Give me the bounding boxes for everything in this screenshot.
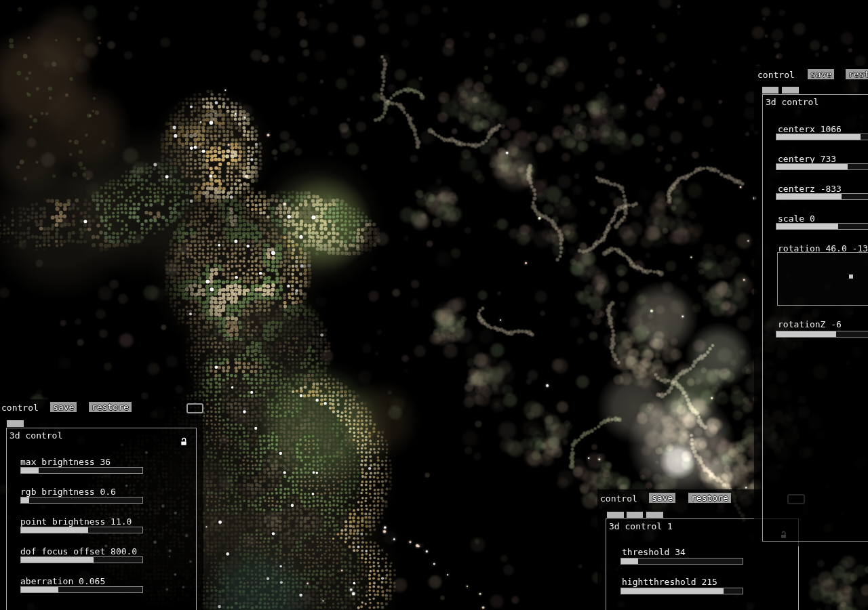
- group-3d-control: 3d control max brightness 36 rgb brightn…: [6, 428, 197, 610]
- slider-label: max brightness 36: [20, 457, 111, 467]
- slider-fill: [776, 224, 838, 229]
- panel-title: control: [1, 403, 39, 413]
- slider-label: point brightness 11.0: [20, 516, 132, 527]
- group-label: 3d control: [766, 97, 818, 107]
- slider-fill: [21, 557, 94, 563]
- scale-slider[interactable]: [776, 223, 868, 230]
- lock-icon[interactable]: [178, 435, 189, 448]
- slider-fill: [776, 331, 836, 337]
- slider-fill: [21, 497, 29, 503]
- slider-fill: [776, 194, 842, 199]
- slider-fill: [621, 558, 638, 564]
- slider-value: 1066: [821, 124, 842, 134]
- aberration-slider[interactable]: [20, 586, 143, 593]
- panel-tab[interactable]: [7, 420, 24, 427]
- panel-tab[interactable]: [782, 87, 799, 94]
- control-panel-right: control save restore 3d control centerx …: [754, 66, 868, 546]
- panel-tab[interactable]: [627, 512, 643, 518]
- slider-value: 215: [701, 577, 717, 587]
- panel-title: control: [757, 70, 795, 80]
- slider-value: 733: [821, 154, 836, 164]
- slider-fill: [21, 468, 39, 473]
- save-button[interactable]: save: [649, 493, 675, 503]
- centerx-slider[interactable]: [776, 134, 868, 140]
- slider-value: 0.065: [79, 576, 105, 586]
- rotation-pad[interactable]: [777, 252, 868, 306]
- slider-value: 0.6: [100, 487, 115, 497]
- slider-label: threshold 34: [622, 547, 686, 557]
- group-label: 3d control: [9, 430, 62, 441]
- slider-label: centerz -833: [778, 184, 842, 194]
- panel-tab[interactable]: [607, 512, 624, 518]
- slider-label: aberration 0.065: [20, 576, 105, 586]
- control-panel-left: control save restore 3d control max brig…: [0, 399, 203, 610]
- slider-value: 34: [675, 547, 686, 557]
- slider-label: hightthreshold 215: [622, 577, 717, 587]
- max-brightness-slider[interactable]: [20, 467, 143, 474]
- minimize-toggle[interactable]: [186, 403, 203, 413]
- dof-focus-offset-slider[interactable]: [20, 556, 143, 563]
- slider-value: 11.0: [111, 516, 132, 527]
- restore-button[interactable]: restore: [89, 402, 132, 412]
- slider-fill: [21, 527, 88, 533]
- slider-label: scale 0: [778, 214, 815, 224]
- slider-label: rotationZ -6: [778, 319, 842, 329]
- threshold-slider[interactable]: [620, 558, 743, 565]
- slider-value: -833: [821, 184, 842, 194]
- rgb-brightness-slider[interactable]: [20, 497, 143, 504]
- slider-fill: [21, 587, 58, 592]
- slider-fill: [621, 588, 724, 594]
- slider-value: -6: [831, 319, 842, 329]
- slider-label: rgb brightness 0.6: [20, 487, 116, 497]
- slider-fill: [776, 164, 848, 169]
- centery-slider[interactable]: [776, 163, 868, 170]
- panel-title: control: [600, 493, 637, 504]
- slider-value: 36: [100, 457, 111, 467]
- centerz-slider[interactable]: [776, 193, 868, 200]
- rotationz-slider[interactable]: [776, 331, 868, 338]
- group-label: 3d control 1: [609, 521, 673, 531]
- group-3d-control: 3d control centerx 1066 centery 733 cent…: [762, 94, 868, 542]
- hightthreshold-slider[interactable]: [620, 588, 743, 594]
- slider-label: centery 733: [778, 154, 836, 164]
- slider-value: 0: [810, 214, 815, 224]
- slider-fill: [776, 134, 861, 140]
- pad-handle[interactable]: [849, 274, 853, 279]
- panel-tab[interactable]: [646, 512, 663, 518]
- restore-button[interactable]: restore: [846, 69, 868, 79]
- panel-tab[interactable]: [762, 87, 778, 94]
- save-button[interactable]: save: [808, 69, 834, 79]
- save-button[interactable]: save: [50, 402, 77, 412]
- slider-label: dof focus offset 800.0: [20, 546, 137, 556]
- slider-label: centerx 1066: [778, 124, 842, 134]
- restore-button[interactable]: restore: [688, 493, 731, 503]
- point-brightness-slider[interactable]: [20, 527, 143, 533]
- slider-value: 800.0: [111, 546, 137, 556]
